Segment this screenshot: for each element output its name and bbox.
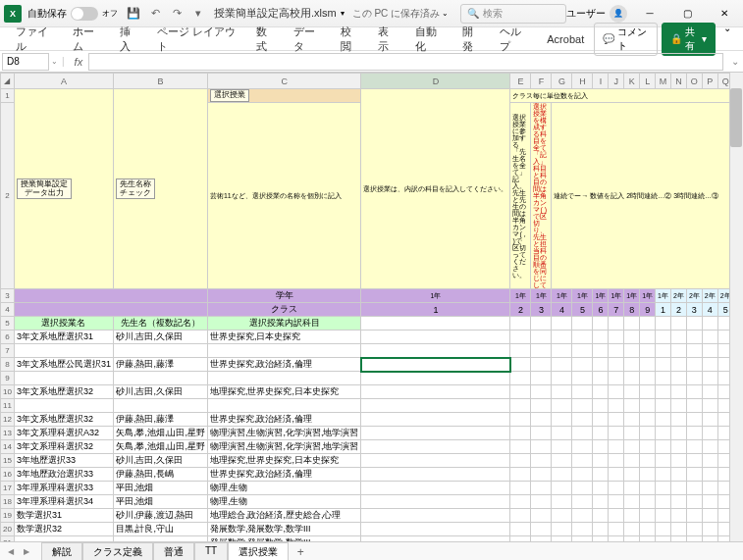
cell[interactable] [609, 495, 624, 509]
cell[interactable]: 2年 [671, 289, 687, 303]
cell[interactable] [671, 427, 687, 440]
cell[interactable] [671, 482, 687, 495]
cell[interactable] [593, 331, 609, 344]
cell[interactable] [624, 536, 640, 542]
cell[interactable] [361, 482, 510, 495]
col-header[interactable]: I [593, 74, 609, 89]
cell[interactable] [572, 427, 593, 440]
cell[interactable] [14, 399, 113, 413]
cell[interactable] [361, 427, 510, 440]
cell[interactable] [552, 399, 572, 413]
sheet-nav-prev[interactable]: ◀ [4, 545, 18, 559]
cell[interactable] [686, 454, 702, 468]
cell[interactable] [686, 440, 702, 454]
cell[interactable] [552, 495, 572, 509]
save-icon[interactable]: 💾 [126, 6, 141, 22]
cell[interactable] [671, 523, 687, 536]
cell[interactable] [609, 482, 624, 495]
cell[interactable] [640, 427, 656, 440]
cell[interactable]: 9 [640, 303, 656, 317]
cell[interactable] [624, 427, 640, 440]
cell[interactable] [113, 372, 207, 385]
cell[interactable] [624, 440, 640, 454]
cell[interactable] [572, 358, 593, 372]
cell[interactable] [531, 440, 552, 454]
cell[interactable] [656, 413, 671, 427]
cell[interactable] [113, 344, 207, 358]
cell[interactable] [531, 344, 552, 358]
cell[interactable] [572, 413, 593, 427]
cell[interactable] [207, 372, 361, 385]
cell[interactable] [671, 509, 687, 523]
cell[interactable]: 砂川,吉田,久保田 [113, 454, 207, 468]
cell[interactable] [686, 427, 702, 440]
cell[interactable] [593, 385, 609, 399]
sheet-tab[interactable]: 普通 [153, 542, 194, 561]
cell[interactable] [531, 482, 552, 495]
cell[interactable] [671, 536, 687, 542]
cell[interactable] [609, 344, 624, 358]
cell[interactable] [510, 344, 531, 358]
cell[interactable] [702, 344, 717, 358]
cell[interactable] [572, 523, 593, 536]
cell[interactable]: 矢島,攀,池畑,山田,星野 [113, 440, 207, 454]
cell[interactable] [609, 372, 624, 385]
cell[interactable]: 2年 [686, 289, 702, 303]
cell[interactable]: 3年文系地歴選択31 [14, 331, 113, 344]
vertical-scrollbar[interactable] [729, 73, 743, 541]
cell[interactable] [361, 523, 510, 536]
name-box[interactable]: D8 [2, 53, 49, 71]
cell[interactable]: 4 [552, 303, 572, 317]
cell[interactable] [686, 331, 702, 344]
cell[interactable] [656, 372, 671, 385]
cell[interactable] [686, 344, 702, 358]
row-header[interactable]: 2 [1, 103, 15, 289]
row-header[interactable]: 19 [1, 509, 15, 523]
cell[interactable]: 地理探究,世界史探究,日本史探究 [207, 454, 361, 468]
ribbon-tab-3[interactable]: ページ レイアウト [149, 22, 246, 57]
cell[interactable] [656, 344, 671, 358]
cell[interactable] [207, 399, 361, 413]
ribbon-tab-10[interactable]: ヘルプ [492, 22, 537, 57]
redo-icon[interactable]: ↷ [169, 6, 185, 22]
cell[interactable] [531, 454, 552, 468]
cell[interactable]: 3年文系地歴選択32 [14, 413, 113, 427]
cell[interactable] [531, 536, 552, 542]
ribbon-tab-0[interactable]: ファイル [8, 22, 63, 57]
cell[interactable] [624, 523, 640, 536]
cell[interactable] [640, 523, 656, 536]
row-header[interactable]: 9 [1, 372, 15, 385]
cell[interactable] [361, 468, 510, 482]
cell[interactable] [640, 399, 656, 413]
cell[interactable] [671, 413, 687, 427]
cell[interactable] [593, 482, 609, 495]
cell[interactable] [609, 385, 624, 399]
cell[interactable] [686, 495, 702, 509]
cell[interactable] [361, 509, 510, 523]
cell[interactable] [14, 344, 113, 358]
cell[interactable] [552, 413, 572, 427]
cell[interactable] [671, 495, 687, 509]
cell[interactable]: 発展数学,発展数学,数学III [207, 523, 361, 536]
ribbon-tab-7[interactable]: 表示 [370, 22, 405, 57]
cell[interactable] [552, 344, 572, 358]
cell[interactable] [572, 372, 593, 385]
cell[interactable]: 地理探究,世界史探究,日本史探究 [207, 385, 361, 399]
cell[interactable] [510, 385, 531, 399]
sheet-tab[interactable]: クラス定義 [82, 542, 153, 561]
cell[interactable]: 砂川,伊藤,渡辺,熱田 [113, 509, 207, 523]
cell[interactable] [686, 536, 702, 542]
cell[interactable] [593, 413, 609, 427]
ribbon-tab-8[interactable]: 自動化 [407, 22, 452, 57]
cell[interactable] [702, 399, 717, 413]
cell[interactable] [531, 331, 552, 344]
cell[interactable] [531, 358, 552, 372]
cell[interactable] [656, 385, 671, 399]
col-header[interactable]: L [640, 74, 656, 89]
col-header[interactable]: O [686, 74, 702, 89]
cell[interactable]: 物理演習,生物演習,化学演習,地学演習 [207, 440, 361, 454]
cell[interactable] [609, 358, 624, 372]
cell[interactable] [609, 331, 624, 344]
cell[interactable]: 3 [686, 303, 702, 317]
cell[interactable]: 伊藤,熱田,藤澤 [113, 413, 207, 427]
